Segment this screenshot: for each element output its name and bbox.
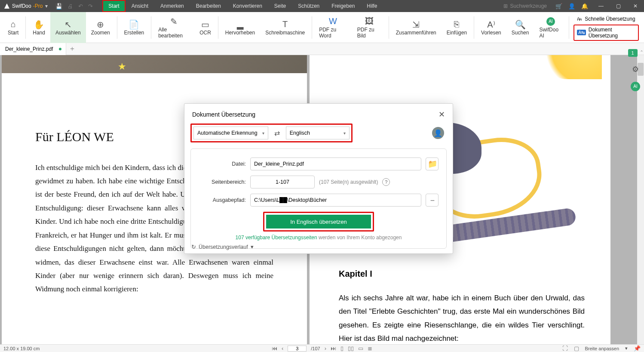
tool-create[interactable]: 📄Erstellen bbox=[119, 12, 150, 43]
browse-file-button[interactable]: 📁 bbox=[426, 157, 439, 170]
page-count-badge[interactable]: 1 bbox=[628, 49, 638, 57]
menu-hilfe[interactable]: Hilfe bbox=[361, 0, 383, 12]
range-label: Seitenbereich: bbox=[199, 179, 246, 185]
first-page-icon[interactable]: ⏮ bbox=[272, 345, 277, 352]
fit-width-label[interactable]: Breite anpassen bbox=[585, 346, 619, 351]
redo-icon[interactable]: ↷ bbox=[88, 3, 93, 9]
menu-seite[interactable]: Seite bbox=[268, 0, 292, 12]
chevron-down-icon[interactable]: ▾ bbox=[625, 346, 628, 351]
tool-read-label: Vorlesen bbox=[481, 30, 501, 36]
settings-sliders-icon[interactable]: ⚙ bbox=[632, 65, 639, 74]
menu-konvertieren[interactable]: Konvertieren bbox=[227, 0, 268, 12]
target-language-value: Englisch bbox=[290, 130, 310, 136]
target-language-select[interactable]: Englisch ▾ bbox=[286, 127, 350, 139]
menu-ansicht[interactable]: Ansicht bbox=[126, 0, 154, 12]
menu-anmerken[interactable]: Anmerken bbox=[154, 0, 190, 12]
file-input[interactable] bbox=[250, 157, 421, 170]
continuous-icon[interactable]: ≣ bbox=[368, 345, 372, 352]
credits-link[interactable]: 107 verfügbare Übersetzungsseiten bbox=[236, 235, 317, 241]
collapse-panel-icon[interactable]: ˄ bbox=[640, 49, 643, 56]
tool-ai-label: SwifDoo AI bbox=[539, 27, 562, 39]
minimize-icon[interactable]: — bbox=[592, 0, 610, 12]
source-language-value: Automatische Erkennung bbox=[197, 130, 258, 136]
tool-typewriter-label: Schreibmaschine bbox=[265, 30, 305, 36]
tool-pdf-image[interactable]: 🖼PDF zu Bild bbox=[352, 12, 387, 43]
tool-edit-all[interactable]: ✎Alle bearbeiten bbox=[153, 12, 194, 43]
ai-side-icon[interactable]: AI bbox=[631, 82, 640, 91]
facing-pages-icon[interactable]: ▯▯ bbox=[348, 345, 354, 352]
tool-insert[interactable]: ⎘Einfügen bbox=[442, 12, 472, 43]
tool-hand[interactable]: ✋Hand bbox=[28, 12, 50, 43]
tool-highlight-label: Hervorheben bbox=[225, 30, 255, 36]
quick-translate-button[interactable]: 🗛Schnelle Übersetzung bbox=[573, 14, 639, 24]
fullscreen-icon[interactable]: ⛶ bbox=[562, 345, 568, 352]
credits-text: werden von Ihrem Konto abgezogen bbox=[317, 235, 402, 241]
bell-icon[interactable]: 🔔 bbox=[581, 3, 588, 9]
book-view-icon[interactable]: ▭ bbox=[358, 345, 363, 352]
total-pages: /107 bbox=[311, 346, 320, 351]
tool-highlight[interactable]: ▂Hervorheben bbox=[220, 12, 260, 43]
next-page-icon[interactable]: › bbox=[325, 345, 326, 352]
more-options-button[interactable]: ··· bbox=[426, 194, 439, 207]
tool-zoom[interactable]: ⊕Zoomen bbox=[86, 12, 115, 43]
ocr-icon: ▭ bbox=[201, 19, 209, 30]
search-tools-placeholder: Suchwerkzeuge bbox=[510, 3, 547, 9]
tool-pdf-image-label: PDF zu Bild bbox=[357, 27, 382, 39]
chevron-down-icon: ▾ bbox=[251, 244, 254, 250]
home-icon: ⌂ bbox=[11, 19, 16, 30]
current-page-input[interactable] bbox=[288, 346, 307, 352]
menu-bearbeiten[interactable]: Bearbeiten bbox=[190, 0, 227, 12]
speaker-icon: A⁾ bbox=[487, 19, 495, 30]
close-icon[interactable]: ✕ bbox=[439, 110, 445, 119]
document-tabs: Der_kleine_Prinz.pdf ＋ bbox=[0, 43, 644, 55]
output-path-input[interactable] bbox=[250, 194, 421, 207]
tool-select[interactable]: ↖Auswählen bbox=[50, 12, 86, 43]
swifdoo-icon bbox=[3, 3, 10, 9]
cart-icon[interactable]: 🛒 bbox=[555, 3, 562, 9]
single-page-icon[interactable]: ▯ bbox=[340, 345, 343, 352]
document-translate-button[interactable]: A↹Dokument Übersetzung bbox=[573, 25, 639, 41]
swap-languages-icon[interactable]: ⇄ bbox=[273, 129, 282, 137]
source-language-select[interactable]: Automatische Erkennung ▾ bbox=[193, 127, 268, 139]
maximize-icon[interactable]: ▢ bbox=[610, 0, 627, 12]
fit-page-icon[interactable]: ▢ bbox=[574, 345, 579, 352]
last-page-icon[interactable]: ⏭ bbox=[331, 345, 336, 352]
tool-merge[interactable]: ⇲Zusammenführen bbox=[391, 12, 442, 43]
tool-ai[interactable]: AISwifDoo AI bbox=[534, 12, 567, 43]
tool-search[interactable]: 🔍Suchen bbox=[506, 12, 534, 43]
app-dropdown-icon[interactable]: ▾ bbox=[45, 3, 48, 9]
translate-icon: 🗛 bbox=[577, 16, 582, 22]
tool-typewriter[interactable]: TSchreibmaschine bbox=[260, 12, 310, 43]
avatar-user-icon: 👤 bbox=[434, 129, 442, 137]
save-icon[interactable]: 💾 bbox=[55, 3, 62, 9]
main-menu: Start Ansicht Anmerken Bearbeiten Konver… bbox=[102, 0, 499, 12]
magnifier-icon: 🔍 bbox=[515, 19, 526, 30]
vertical-scrollbar[interactable] bbox=[637, 55, 644, 344]
window-controls: — ▢ ✕ bbox=[592, 0, 644, 12]
prev-page-icon[interactable]: ‹ bbox=[282, 345, 283, 352]
user-icon[interactable]: 👤 bbox=[568, 3, 575, 9]
menu-freigeben[interactable]: Freigeben bbox=[325, 0, 361, 12]
tool-edit-all-label: Alle bearbeiten bbox=[158, 27, 189, 39]
tool-ocr[interactable]: ▭OCR bbox=[194, 12, 216, 43]
pin-icon[interactable]: 📌 bbox=[634, 345, 641, 352]
menu-start[interactable]: Start bbox=[102, 0, 125, 12]
close-window-icon[interactable]: ✕ bbox=[627, 0, 644, 12]
tool-pdf-word[interactable]: WPDF zu Word bbox=[314, 12, 352, 43]
pencil-icon: ✎ bbox=[170, 16, 178, 27]
undo-icon[interactable]: ↶ bbox=[78, 3, 83, 9]
tab-document[interactable]: Der_kleine_Prinz.pdf bbox=[0, 43, 66, 55]
tool-start[interactable]: ⌂Start bbox=[3, 12, 24, 43]
help-icon[interactable]: ? bbox=[382, 178, 390, 186]
search-tools[interactable]: ⊞ Suchwerkzeuge bbox=[499, 3, 551, 9]
menu-schuetzen[interactable]: Schützen bbox=[292, 0, 325, 12]
translation-history-button[interactable]: ↻ Übersetzungsverlauf ▾ bbox=[191, 244, 254, 250]
avatar[interactable]: 👤 bbox=[432, 127, 444, 139]
print-icon[interactable]: 🖨 bbox=[67, 3, 73, 9]
translate-dialog: Dokument Übersetzung ✕ Automatische Erke… bbox=[184, 103, 453, 254]
chevron-down-icon: ▾ bbox=[262, 131, 264, 136]
translate-button[interactable]: In Englisch übersetzen bbox=[266, 215, 371, 228]
tool-read-aloud[interactable]: A⁾Vorlesen bbox=[476, 12, 506, 43]
page-range-input[interactable] bbox=[250, 176, 315, 188]
new-tab-button[interactable]: ＋ bbox=[66, 44, 78, 53]
